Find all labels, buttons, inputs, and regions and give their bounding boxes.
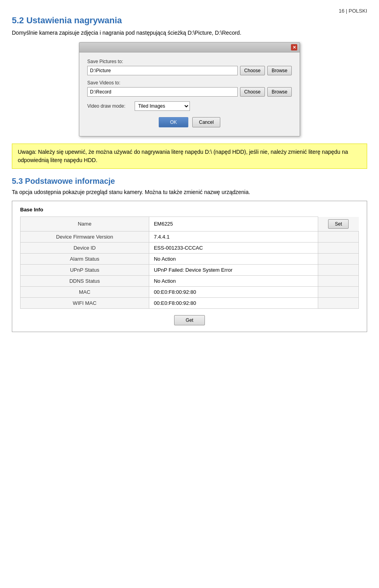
save-videos-choose-button[interactable]: Choose [240,87,265,97]
table-empty-cell [318,297,359,308]
table-label-cell: WIFI MAC [21,297,149,308]
table-row: Alarm StatusNo Action [21,253,359,264]
table-row: DDNS StatusNo Action [21,275,359,286]
save-videos-input-row: Choose Browse [87,87,292,97]
table-empty-cell [318,242,359,253]
page-header: 16 | POLSKI [12,8,367,14]
dialog-titlebar: ✕ [79,43,300,52]
section-52-intro: Domyślnie kamera zapisuje zdjęcia i nagr… [12,30,367,36]
table-value-cell: No Action [149,275,318,286]
save-pictures-input-row: Choose Browse [87,66,292,75]
save-pictures-input[interactable] [87,66,238,75]
table-value-cell: No Action [149,253,318,264]
save-pictures-label: Save Pictures to: [87,59,292,64]
table-empty-cell [318,264,359,275]
table-value-cell: 7.4.4.1 [149,231,318,242]
table-label-cell: Device Firmware Version [21,231,149,242]
table-row: WIFI MAC00:E0:F8:00:92:80 [21,297,359,308]
get-button-row: Get [20,311,359,325]
dialog-wrapper: ✕ Save Pictures to: Choose Browse Save V… [12,42,367,136]
get-button[interactable]: Get [174,315,205,325]
settings-dialog: ✕ Save Pictures to: Choose Browse Save V… [79,42,300,136]
table-row: Device Firmware Version7.4.4.1 [21,231,359,242]
save-videos-label: Save Videos to: [87,80,292,86]
table-row: MAC00:E0:F8:00:92:80 [21,286,359,297]
table-label-cell: UPnP Status [21,264,149,275]
video-draw-label: Video draw mode: [87,103,131,109]
dialog-content: Save Pictures to: Choose Browse Save Vid… [79,52,300,136]
table-row: Device IDESS-001233-CCCAC [21,242,359,253]
dialog-cancel-button[interactable]: Cancel [192,117,220,127]
save-videos-input[interactable] [87,87,238,97]
table-row: NameEM6225Set [21,217,359,231]
table-value-cell: EM6225 [149,217,318,231]
save-pictures-row: Save Pictures to: Choose Browse [87,59,292,75]
note-box: Uwaga: Należy się upewnić, że można używ… [12,144,367,169]
info-table: NameEM6225SetDevice Firmware Version7.4.… [20,217,359,309]
table-label-cell: Device ID [21,242,149,253]
table-empty-cell [318,231,359,242]
base-info-title: Base Info [20,207,359,213]
table-empty-cell [318,275,359,286]
table-empty-cell [318,253,359,264]
save-pictures-choose-button[interactable]: Choose [240,66,265,75]
dialog-close-button[interactable]: ✕ [291,44,297,50]
save-videos-row: Save Videos to: Choose Browse [87,80,292,97]
table-value-cell: ESS-001233-CCCAC [149,242,318,253]
video-draw-select[interactable]: Tiled Images Single Image Stretch [135,101,190,111]
save-videos-browse-button[interactable]: Browse [267,87,292,97]
table-value-cell: 00:E0:F8:00:92:80 [149,286,318,297]
table-value-cell: UPnP Failed: Device System Error [149,264,318,275]
section-52-title: 5.2 Ustawienia nagrywania [12,15,367,26]
table-label-cell: Name [21,217,149,231]
section-53-title: 5.3 Podstawowe informacje [12,177,367,186]
table-label-cell: Alarm Status [21,253,149,264]
base-info-panel: Base Info NameEM6225SetDevice Firmware V… [12,201,367,332]
table-row: UPnP StatusUPnP Failed: Device System Er… [21,264,359,275]
page-number: 16 | POLSKI [339,8,367,14]
save-pictures-browse-button[interactable]: Browse [267,66,292,75]
table-value-cell: 00:E0:F8:00:92:80 [149,297,318,308]
video-draw-row: Video draw mode: Tiled Images Single Ima… [87,101,292,111]
dialog-footer: OK Cancel [87,117,292,131]
table-action-cell: Set [318,217,359,231]
section-52: 5.2 Ustawienia nagrywania Domyślnie kame… [12,15,367,36]
section-53-intro: Ta opcja udostępnia pokazuje przegląd st… [12,189,367,195]
table-label-cell: DDNS Status [21,275,149,286]
set-button[interactable]: Set [328,219,349,229]
dialog-ok-button[interactable]: OK [159,117,188,127]
table-label-cell: MAC [21,286,149,297]
section-53: 5.3 Podstawowe informacje Ta opcja udost… [12,177,367,195]
table-empty-cell [318,286,359,297]
